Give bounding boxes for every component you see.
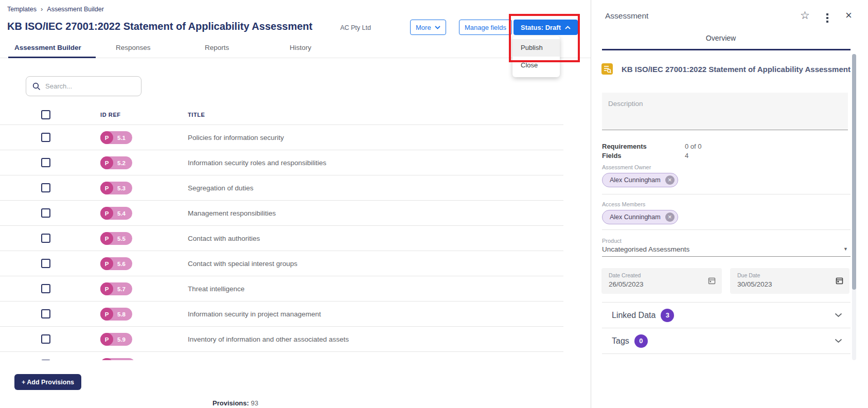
- kebab-dot: [826, 21, 828, 23]
- chevron-down-icon: [435, 26, 440, 29]
- menu-item-close[interactable]: Close: [512, 57, 560, 74]
- table-row[interactable]: P5.6 Contact with special interest group…: [0, 251, 563, 276]
- member-chip: Alex Cunningham ×: [602, 210, 678, 224]
- tab-overview[interactable]: Overview: [591, 34, 851, 42]
- fields-label: Fields: [602, 152, 622, 159]
- status-draft-label: Status: Draft: [521, 24, 561, 31]
- row-checkbox[interactable]: [41, 133, 50, 142]
- fields-value: 4: [685, 152, 688, 159]
- provision-prefix: P: [100, 182, 113, 194]
- search-input[interactable]: [45, 82, 128, 90]
- row-title: Contact with special interest groups: [188, 251, 297, 276]
- idref-value: 5.7: [113, 286, 132, 292]
- row-title: Contact with authorities: [188, 226, 260, 251]
- provision-prefix: P: [100, 207, 113, 220]
- select-all-checkbox[interactable]: [41, 110, 50, 119]
- table-row[interactable]: P5.9 Inventory of information and other …: [0, 327, 563, 352]
- due-date-field[interactable]: Due Date 30/05/2023: [730, 268, 849, 294]
- row-checkbox[interactable]: [41, 259, 50, 268]
- table-row[interactable]: P5.3 Segregation of duties: [0, 175, 563, 201]
- kebab-dot: [826, 13, 828, 15]
- description-field[interactable]: [602, 93, 848, 130]
- table-row[interactable]: P5.5 Contact with authorities: [0, 226, 563, 251]
- row-title: Threat intelligence: [188, 276, 244, 301]
- provisions-count: 93: [251, 399, 258, 407]
- product-underline: [602, 256, 851, 257]
- owner-chip: Alex Cunningham ×: [602, 173, 678, 187]
- search-box[interactable]: [26, 76, 141, 96]
- row-checkbox[interactable]: [41, 360, 50, 360]
- requirements-label: Requirements: [602, 143, 647, 150]
- add-provisions-button[interactable]: + Add Provisions: [14, 374, 81, 390]
- panel-heading: Assessment: [605, 11, 648, 21]
- provision-prefix: P: [100, 282, 113, 295]
- title-row: KB ISO/IEC 27001:2022 Statement of Appli…: [7, 21, 371, 32]
- divider: [602, 229, 851, 230]
- date-created-value: 26/05/2023: [609, 280, 644, 288]
- more-button[interactable]: More: [410, 20, 446, 35]
- favorite-star-icon[interactable]: ☆: [800, 9, 810, 22]
- breadcrumb-assessment-builder[interactable]: Assessment Builder: [47, 6, 103, 13]
- kebab-menu-icon[interactable]: [826, 13, 828, 23]
- table-row[interactable]: P5.7 Threat intelligence: [0, 276, 563, 301]
- table-row[interactable]: P5.2 Information security roles and resp…: [0, 150, 563, 175]
- provision-prefix: P: [100, 131, 113, 144]
- date-created-field[interactable]: Date Created 26/05/2023: [601, 268, 722, 294]
- remove-member-icon[interactable]: ×: [665, 212, 675, 222]
- row-checkbox[interactable]: [41, 183, 50, 192]
- tab-history[interactable]: History: [290, 44, 311, 51]
- access-members-label: Access Members: [602, 201, 645, 207]
- provision-prefix: P: [100, 308, 113, 321]
- idref-badge: P5.5: [100, 232, 132, 245]
- status-draft-button[interactable]: Status: Draft: [513, 20, 578, 35]
- linked-data-count-badge: 3: [661, 309, 674, 322]
- date-created-label: Date Created: [609, 272, 641, 278]
- panel-scrollbar-track[interactable]: [852, 54, 856, 360]
- overview-tab-underline: [602, 49, 851, 50]
- panel-scrollbar-thumb[interactable]: [852, 54, 856, 290]
- idref-value: 5.5: [113, 236, 132, 242]
- divider: [602, 194, 851, 194]
- search-icon: [32, 82, 41, 91]
- provision-prefix: P: [100, 156, 113, 169]
- main-content-pane: Templates › Assessment Builder KB ISO/IE…: [0, 0, 591, 408]
- table-row[interactable]: P5.10 Acceptable use of information and …: [0, 352, 563, 360]
- close-panel-icon[interactable]: ×: [845, 9, 852, 22]
- idref-badge: P5.3: [100, 182, 132, 194]
- tab-responses[interactable]: Responses: [116, 44, 151, 51]
- idref-value: 5.3: [113, 185, 132, 191]
- tags-accordion[interactable]: Tags 0: [602, 328, 851, 354]
- idref-badge: P5.4: [100, 207, 132, 220]
- idref-value: 5.9: [113, 336, 132, 343]
- idref-badge: P5.7: [100, 282, 132, 295]
- tab-reports[interactable]: Reports: [205, 44, 229, 51]
- provisions-list: P5.1 Policies for information security P…: [0, 125, 563, 360]
- row-checkbox[interactable]: [41, 208, 50, 218]
- breadcrumb: Templates › Assessment Builder: [7, 5, 104, 13]
- row-checkbox[interactable]: [41, 309, 50, 318]
- assessment-doc-icon: [601, 63, 613, 75]
- row-checkbox[interactable]: [41, 284, 50, 293]
- manage-fields-button[interactable]: Manage fields: [459, 20, 512, 35]
- table-row[interactable]: P5.1 Policies for information security: [0, 125, 563, 150]
- table-row[interactable]: P5.4 Management responsibilities: [0, 201, 563, 226]
- breadcrumb-templates[interactable]: Templates: [7, 6, 37, 13]
- remove-owner-icon[interactable]: ×: [665, 175, 675, 185]
- idref-value: 5.1: [113, 135, 132, 141]
- product-dropdown-caret-icon[interactable]: ▼: [843, 246, 848, 252]
- menu-item-publish[interactable]: Publish: [512, 39, 560, 57]
- row-checkbox[interactable]: [41, 158, 50, 167]
- product-select-value[interactable]: Uncategorised Assessments: [602, 245, 689, 253]
- row-checkbox[interactable]: [41, 334, 50, 344]
- calendar-icon[interactable]: [708, 277, 716, 285]
- linked-data-accordion[interactable]: Linked Data 3: [602, 302, 851, 328]
- more-button-label: More: [416, 24, 431, 31]
- kebab-dot: [826, 17, 828, 19]
- tab-assessment-builder[interactable]: Assessment Builder: [14, 44, 81, 51]
- idref-badge: P5.8: [100, 308, 132, 321]
- calendar-icon[interactable]: [836, 277, 843, 285]
- table-header: ID REF TITLE: [0, 106, 563, 125]
- row-checkbox[interactable]: [41, 234, 50, 243]
- idref-badge: P5.6: [100, 257, 132, 270]
- table-row[interactable]: P5.8 Information security in project man…: [0, 301, 563, 327]
